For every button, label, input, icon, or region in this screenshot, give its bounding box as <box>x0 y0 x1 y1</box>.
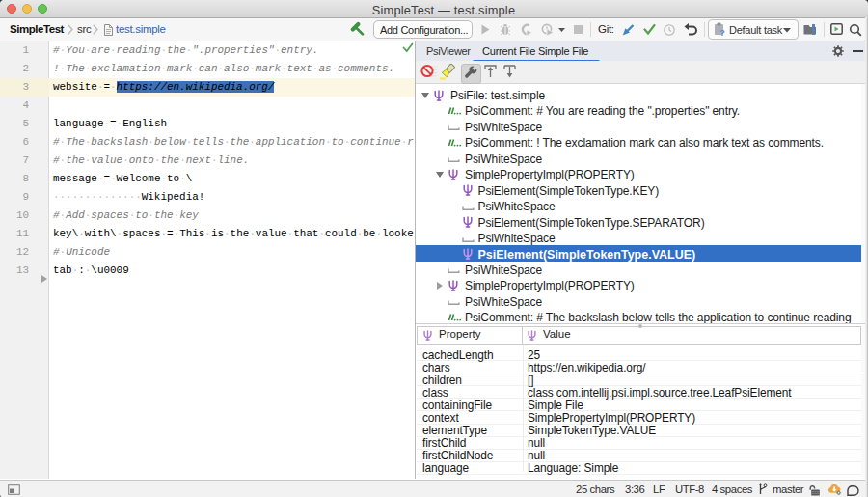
svg-text:?: ? <box>719 28 725 37</box>
